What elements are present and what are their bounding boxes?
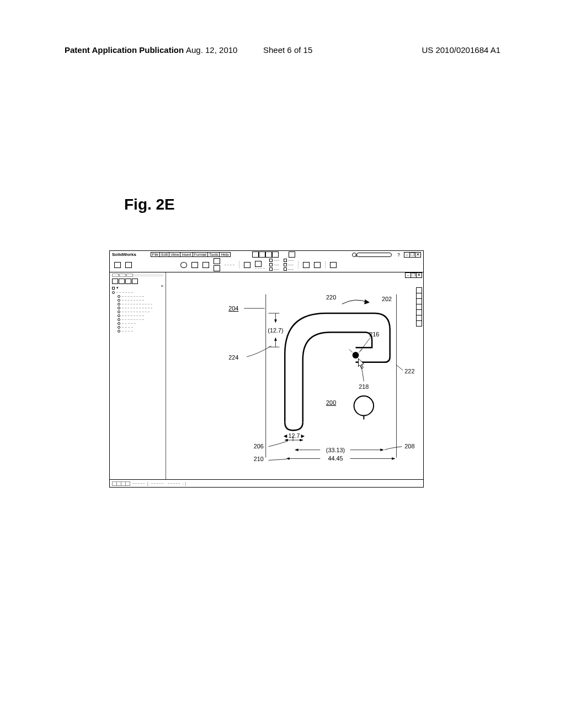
tree-item-icon — [118, 326, 120, 329]
toolbar-icon[interactable] — [259, 251, 265, 258]
toolbar-icon[interactable] — [265, 251, 272, 258]
figure-label: Fig. 2E — [124, 196, 175, 213]
tree-root[interactable]: ▾ — [112, 286, 163, 290]
toolbar-divider — [288, 265, 294, 265]
callout-216: 216 — [369, 331, 379, 338]
tree-item-label — [122, 308, 152, 308]
toolbar-icon[interactable] — [191, 262, 198, 268]
tree-toggle-icon[interactable] — [112, 287, 115, 290]
tree-item[interactable] — [118, 295, 163, 298]
toolbar-icon[interactable] — [284, 263, 287, 266]
toolbar-icon[interactable] — [289, 251, 295, 258]
toolbar-icon[interactable] — [314, 262, 321, 268]
panel-tab[interactable] — [119, 274, 126, 277]
dim-text: ◄12.7► — [282, 432, 306, 439]
menu-file[interactable]: File — [151, 252, 160, 257]
panel-expand-icon[interactable]: » — [161, 283, 163, 288]
close-button[interactable]: ✕ — [415, 252, 421, 258]
tree-item-label — [122, 300, 144, 301]
tree-item-icon — [118, 330, 120, 333]
tree-item-label — [122, 331, 133, 331]
statusbar-dash — [168, 483, 180, 484]
panel-tab[interactable] — [126, 274, 133, 277]
window-controls: – ❐ ✕ — [404, 252, 421, 258]
tree-item-icon — [118, 303, 120, 306]
tree-item-label — [122, 323, 136, 324]
feature-tree: ▾ — [112, 286, 163, 333]
tree-item-label — [122, 327, 133, 328]
svg-point-8 — [354, 396, 374, 416]
toolbar-icon[interactable] — [269, 267, 273, 271]
callout-202: 202 — [382, 296, 392, 302]
publication-number: US 2010/0201684 A1 — [422, 45, 500, 55]
tree-item-label — [122, 304, 152, 304]
cursor-icon — [358, 358, 364, 369]
svg-line-5 — [349, 349, 353, 352]
toolbar-icon[interactable] — [252, 251, 259, 258]
main-toolbar — [110, 258, 423, 271]
left-panel: » ▾ — [110, 272, 166, 479]
publication-date: Aug. 12, 2010 — [186, 45, 237, 55]
tree-item-label — [116, 292, 133, 293]
panel-tool-icon[interactable] — [112, 279, 118, 284]
toolbar-icon[interactable] — [125, 262, 132, 268]
tree-item-icon — [118, 311, 120, 313]
toolbar-icon[interactable] — [269, 263, 273, 266]
tree-item[interactable] — [112, 291, 163, 294]
tree-item[interactable] — [118, 322, 163, 325]
toolbar-icon[interactable] — [303, 262, 310, 268]
toolbar-icon[interactable] — [284, 259, 287, 262]
toolbar-separator — [298, 261, 299, 269]
tree-item[interactable] — [118, 311, 163, 313]
toolbar-icon[interactable] — [114, 262, 121, 268]
panel-tab[interactable] — [112, 274, 119, 277]
tree-item[interactable] — [118, 326, 163, 329]
patent-header: Patent Application Publication Aug. 12, … — [65, 45, 500, 55]
toolbar-icon[interactable] — [214, 265, 220, 271]
toolbar-divider — [274, 269, 279, 270]
tree-item[interactable] — [118, 318, 163, 321]
statusbar-dash — [151, 483, 163, 484]
panel-tool-icon[interactable] — [132, 279, 138, 284]
toolbar-divider — [225, 265, 234, 265]
toolbar-icon[interactable] — [330, 262, 337, 268]
tree-item[interactable] — [118, 330, 163, 333]
publication-label: Patent Application Publication — [65, 45, 184, 55]
statusbar-icon[interactable] — [125, 481, 130, 486]
tree-item-label — [122, 319, 144, 320]
toolbar-icon[interactable] — [202, 262, 209, 268]
tree-item[interactable] — [118, 314, 163, 317]
dragged-point[interactable] — [353, 352, 359, 358]
drawing-canvas[interactable]: – ❐ ✕ — [166, 272, 423, 479]
tree-item[interactable] — [118, 307, 163, 309]
help-icon[interactable]: ? — [397, 252, 400, 258]
callout-210: 210 — [254, 456, 264, 462]
panel-toolbar — [112, 279, 163, 284]
panel-tool-icon[interactable] — [125, 279, 131, 284]
tree-item-icon — [118, 307, 120, 309]
tree-item-label — [122, 296, 144, 297]
app-window: SolidWorks File Edit View Insert Format … — [109, 250, 424, 488]
toolbar-icon[interactable] — [284, 267, 287, 271]
toolbar-icon[interactable] — [244, 262, 250, 268]
toolbar-icon[interactable] — [214, 258, 220, 264]
panel-tool-icon[interactable] — [119, 279, 125, 284]
sheet-indicator: Sheet 6 of 15 — [263, 45, 312, 55]
tree-item-icon — [112, 291, 115, 294]
hole-feature — [354, 396, 374, 419]
menu-edit[interactable]: Edit — [159, 252, 169, 257]
menu-view[interactable]: View — [169, 252, 180, 257]
menu-insert[interactable]: Insert — [180, 252, 193, 257]
toolbar-icon[interactable] — [269, 259, 273, 262]
menu-format[interactable]: Format — [193, 252, 208, 257]
menu-help[interactable]: Help — [219, 252, 230, 257]
toolbar-icon[interactable] — [255, 261, 262, 267]
tree-item[interactable] — [118, 299, 163, 302]
menu-tools[interactable]: Tools — [207, 252, 220, 257]
toolbar-divider — [288, 260, 294, 261]
toolbar-icon[interactable] — [180, 262, 187, 268]
toolbar-icon[interactable] — [272, 251, 279, 258]
toolbar-separator — [325, 261, 326, 269]
tree-item[interactable] — [118, 303, 163, 306]
search-input[interactable] — [356, 253, 392, 257]
